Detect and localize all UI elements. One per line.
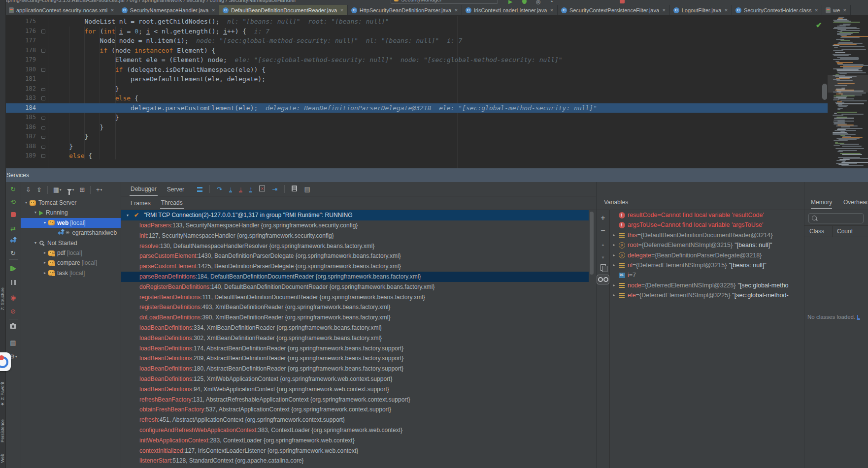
load-classes-link[interactable]: L: [857, 314, 860, 320]
collapse-all-button[interactable]: ⇧: [36, 187, 42, 193]
update-application-button[interactable]: ⇄: [5, 225, 21, 232]
expand-all-button[interactable]: ⇩: [26, 187, 31, 193]
editor-tab[interactable]: CLogoutFilter.java✕: [670, 5, 732, 15]
pause-program-button[interactable]: [5, 280, 21, 286]
fold-marker-icon[interactable]: [41, 154, 45, 158]
stack-frame-row[interactable]: loadBeanDefinitions:180, AbstractBeanDef…: [121, 364, 589, 374]
stack-frame-row[interactable]: listenerStart:5128, StandardContext {org…: [121, 456, 589, 466]
code-line[interactable]: 188}: [5, 142, 832, 152]
tab-frames[interactable]: Frames: [130, 197, 152, 209]
fold-marker-icon[interactable]: [41, 30, 45, 33]
chevron-down-icon[interactable]: ▾: [127, 210, 129, 220]
chevron-down-icon[interactable]: ▾: [32, 238, 39, 248]
stack-frame-row[interactable]: loadBeanDefinitions:94, XmlWebApplicatio…: [121, 384, 589, 395]
code-line[interactable]: 187}: [5, 132, 832, 142]
stack-frame-row[interactable]: parseCustomElement:1425, BeanDefinitionP…: [121, 261, 589, 272]
breadcrumb[interactable]: spring-security-config-3.1.0.RELEASE-sou…: [5, 0, 296, 4]
show-execution-point-button[interactable]: [197, 186, 202, 193]
tool-window-button-persistence[interactable]: Persistence: [0, 419, 5, 442]
variable-row-root[interactable]: ▸proot = {DeferredElementNSImpl@3215}"[b…: [610, 240, 804, 250]
code-line[interactable]: 181parseDefaultElement(ele, delegate);: [5, 74, 832, 84]
chevron-down-icon[interactable]: ▾: [41, 218, 48, 228]
code-line[interactable]: 176for (int i = 0; i < nl.getLength(); i…: [5, 27, 832, 36]
tree-item-egrantshanxiweb[interactable]: ✳egrantshanxiweb: [21, 228, 121, 238]
restart-debugger-button[interactable]: ⟲: [5, 199, 21, 206]
chevron-down-icon[interactable]: ▾: [23, 198, 30, 208]
run-to-cursor-button[interactable]: ⇥: [272, 186, 277, 192]
stack-frame-row[interactable]: loadBeanDefinitions:302, XmlBeanDefiniti…: [121, 333, 589, 343]
inspections-ok-icon[interactable]: ✔: [816, 21, 822, 30]
stack-frame-row[interactable]: parseBeanDefinitions:184, DefaultBeanDef…: [121, 272, 589, 282]
panel-divider[interactable]: [804, 182, 804, 468]
chevron-right-icon[interactable]: ▸: [610, 260, 618, 270]
close-icon[interactable]: ✕: [454, 8, 458, 13]
panel-divider[interactable]: [121, 182, 121, 468]
evaluate-expression-button[interactable]: [292, 186, 297, 192]
services-panel-header[interactable]: Services: [0, 168, 868, 182]
layout-settings-button[interactable]: ▤: [304, 186, 310, 192]
editor-tab[interactable]: CDefaultBeanDefinitionDocumentReader.jav…: [219, 5, 348, 15]
stack-frame-row[interactable]: parseCustomElement:1430, BeanDefinitionP…: [121, 251, 589, 261]
run-config-selector[interactable]: SecurityManager: [391, 0, 498, 4]
chevron-right-icon[interactable]: ▸: [610, 230, 618, 240]
editor-tab[interactable]: CHttpSecurityBeanDefinitionParser.java✕: [348, 5, 462, 15]
move-up-button[interactable]: ▲: [597, 239, 609, 248]
chevron-down-icon[interactable]: ▾: [32, 208, 39, 218]
stack-frame-row[interactable]: loadBeanDefinitions:174, AbstractBeanDef…: [121, 343, 589, 354]
column-count[interactable]: Count: [837, 226, 853, 237]
run-button[interactable]: ▶: [508, 0, 512, 4]
column-class[interactable]: Class: [809, 226, 824, 237]
tool-window-button--favorit[interactable]: ★ 2: Favorit: [0, 382, 5, 406]
tab-memory[interactable]: Memory: [811, 199, 832, 209]
fold-marker-icon[interactable]: [41, 146, 45, 149]
drop-frame-button[interactable]: [259, 186, 265, 192]
tab-threads[interactable]: Threads: [160, 196, 184, 209]
stack-frame-row[interactable]: contextInitialized:127, IrisContextLoade…: [121, 446, 589, 456]
close-icon[interactable]: ✕: [110, 8, 114, 13]
fold-marker-icon[interactable]: [41, 126, 45, 129]
stack-frame-row[interactable]: doRegisterBeanDefinitions:140, DefaultBe…: [121, 282, 589, 292]
stack-frame-row[interactable]: registerBeanDefinitions:493, XmlBeanDefi…: [121, 302, 589, 312]
fold-marker-icon[interactable]: [41, 88, 45, 91]
thread-row[interactable]: ▾ ✔ "RMI TCP Connection(2)-127.0.0.1"@1,…: [121, 210, 589, 220]
close-icon[interactable]: ✕: [724, 8, 728, 13]
refresh-button[interactable]: ↻: [5, 250, 21, 257]
stop-button[interactable]: [620, 0, 625, 4]
tree-item-task[interactable]: ▸task [local]: [21, 268, 121, 278]
stop-server-button[interactable]: [5, 212, 21, 218]
editor-tab[interactable]: we✕: [822, 5, 851, 15]
move-down-button[interactable]: ▼: [597, 252, 609, 261]
fold-marker-icon[interactable]: [41, 96, 45, 100]
thread-dump-button[interactable]: [5, 323, 21, 330]
memory-search-input[interactable]: [808, 213, 864, 223]
code-editor[interactable]: 175NodeList nl = root.getChildNodes(); n…: [5, 16, 832, 168]
stack-frame-row[interactable]: loadBeanDefinitions:334, XmlBeanDefiniti…: [121, 323, 589, 333]
group-by-button[interactable]: ▦▾: [53, 187, 62, 193]
view-breakpoints-button[interactable]: ◉: [5, 294, 21, 301]
variable-row-nl[interactable]: ▸nl = {DeferredElementNSImpl@3215}"[bean…: [610, 260, 804, 270]
tree-item-running[interactable]: ▾Running: [21, 208, 121, 218]
stack-frame-row[interactable]: init:127, SecurityNamespaceHandler {org.…: [121, 231, 589, 241]
code-line[interactable]: 182}: [5, 84, 832, 94]
editor-tab[interactable]: CSecurityNamespaceHandler.java✕: [118, 5, 219, 15]
code-line[interactable]: 183else {: [5, 94, 832, 103]
close-icon[interactable]: ✕: [814, 8, 818, 13]
variable-row-resultCode[interactable]: !resultCode = Cannot find local variable…: [610, 210, 804, 220]
close-icon[interactable]: ✕: [843, 8, 847, 13]
add-frame-button[interactable]: ⊞: [79, 187, 85, 193]
editor-tab[interactable]: CSecurityContextPersistenceFilter.java✕: [558, 5, 670, 15]
chevron-right-icon[interactable]: ▸: [41, 268, 48, 278]
variable-row-delegate[interactable]: ▸pdelegate = {BeanDefinitionParserDelega…: [610, 250, 804, 260]
tab-debugger[interactable]: Debugger: [130, 183, 158, 196]
editor-tab[interactable]: CSecurityContextHolder.class✕: [732, 5, 822, 15]
variable-row-i[interactable]: 01i = 7: [610, 270, 804, 280]
tab-server[interactable]: Server: [166, 183, 185, 195]
profiler-button[interactable]: ◔: [550, 0, 553, 4]
code-line[interactable]: 189else {: [5, 151, 832, 161]
remove-watch-button[interactable]: −: [597, 226, 609, 235]
stack-frame-row[interactable]: doLoadBeanDefinitions:390, XmlBeanDefini…: [121, 312, 589, 323]
stack-frame-row[interactable]: refresh:451, AbstractApplicationContext …: [121, 415, 589, 425]
code-line[interactable]: 186}: [5, 123, 832, 132]
duplicate-button[interactable]: [597, 264, 609, 273]
stack-frame-row[interactable]: loadBeanDefinitions:125, XmlWebApplicati…: [121, 374, 589, 384]
